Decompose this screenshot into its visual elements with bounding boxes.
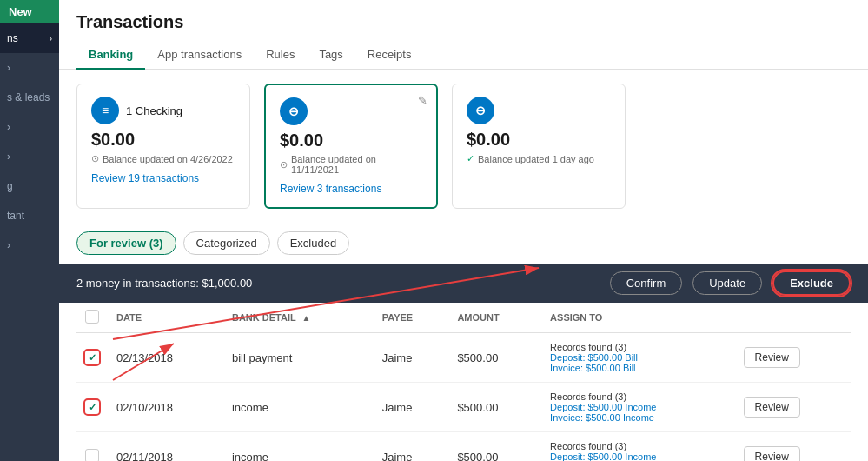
row2-checkbox-cell: ✓ [76, 383, 108, 432]
filter-categorized[interactable]: Categorized [183, 231, 270, 255]
sidebar: New ns › › s & leads › › g tant › [0, 0, 59, 461]
sidebar-item-tant[interactable]: tant [0, 201, 59, 230]
exclude-button[interactable]: Exclude [772, 271, 851, 296]
account-balance-2: $0.00 [280, 130, 422, 150]
account-name-1: 1 Checking [126, 104, 182, 117]
check-icon: ✓ [467, 153, 474, 164]
account-card-3[interactable]: ⊖ $0.00 ✓ Balance updated 1 day ago [452, 84, 626, 209]
account-card-2[interactable]: ✎ ⊖ $0.00 ⊙ Balance updated on 11/11/202… [264, 84, 438, 209]
account-updated-2: ⊙ Balance updated on 11/11/2021 [280, 154, 422, 175]
chevron-icon: › [50, 34, 52, 43]
row2-checkbox[interactable]: ✓ [85, 400, 99, 414]
sidebar-item-label: tant [7, 210, 24, 222]
col-action [735, 303, 851, 333]
account-icon-2: ⊖ [280, 97, 308, 125]
row1-link1[interactable]: Deposit: $500.00 Bill [550, 352, 726, 363]
tab-tags[interactable]: Tags [307, 41, 354, 70]
row1-checkbox[interactable]: ✓ [85, 351, 99, 364]
edit-icon[interactable]: ✎ [418, 94, 427, 107]
row1-review-button[interactable]: Review [744, 347, 800, 368]
sidebar-item-leads[interactable]: s & leads [0, 83, 59, 112]
tab-app-transactions[interactable]: App transactions [145, 41, 254, 70]
account-balance-1: $0.00 [91, 130, 235, 150]
row3-checkbox[interactable] [85, 449, 99, 462]
account-balance-3: $0.00 [467, 130, 611, 150]
row2-link2[interactable]: Invoice: $500.00 Income [550, 412, 726, 423]
account-icon-1: ≡ [91, 97, 119, 124]
sidebar-item-2[interactable]: › [0, 53, 59, 83]
row1-assign-to: Records found (3) Deposit: $500.00 Bill … [541, 333, 734, 383]
sidebar-item-g[interactable]: g [0, 171, 59, 201]
col-assign-to: ASSIGN TO [541, 303, 734, 333]
row2-date: 02/10/2018 [108, 383, 223, 432]
review-link-2[interactable]: Review 3 transactions [280, 183, 381, 195]
table-row: ✓ 02/13/2018 bill payment Jaime $500.00 … [76, 333, 851, 383]
account-updated-1: ⊙ Balance updated on 4/26/2022 [91, 153, 235, 164]
main-tabs: Banking App transactions Rules Tags Rece… [59, 41, 868, 70]
col-payee: PAYEE [374, 303, 449, 333]
sidebar-item-5[interactable]: › [0, 142, 59, 171]
row1-records: Records found (3) [550, 342, 626, 352]
col-checkbox [76, 303, 108, 333]
sidebar-item-transactions[interactable]: ns › [0, 23, 59, 53]
row3-bank-detail: income [223, 432, 374, 462]
account-icon-3: ⊖ [467, 97, 494, 124]
tab-receipts[interactable]: Receipts [355, 41, 424, 70]
account-updated-3: ✓ Balance updated 1 day ago [467, 153, 611, 164]
row2-link1[interactable]: Deposit: $500.00 Income [550, 402, 726, 412]
filter-tabs: For review (3) Categorized Excluded [59, 223, 868, 264]
table-container: DATE BANK DETAIL ▲ PAYEE AMOUNT ASSIGN T… [59, 303, 868, 461]
account-header-1: ≡ 1 Checking [91, 97, 235, 124]
row1-date: 02/13/2018 [108, 333, 223, 383]
col-bank-detail[interactable]: BANK DETAIL ▲ [223, 303, 374, 333]
filter-for-review[interactable]: For review (3) [76, 231, 176, 255]
select-all-checkbox[interactable] [85, 310, 99, 324]
tab-banking[interactable]: Banking [76, 41, 145, 70]
update-button[interactable]: Update [692, 271, 762, 295]
table-row: 02/11/2018 income Jaime $500.00 Records … [76, 432, 851, 462]
row2-review-button[interactable]: Review [744, 397, 800, 418]
clock-icon-2: ⊙ [280, 159, 288, 170]
chevron-icon: › [7, 239, 10, 251]
chevron-icon: › [7, 121, 10, 133]
col-date[interactable]: DATE [108, 303, 223, 333]
table-header-row: DATE BANK DETAIL ▲ PAYEE AMOUNT ASSIGN T… [76, 303, 851, 333]
transactions-table: DATE BANK DETAIL ▲ PAYEE AMOUNT ASSIGN T… [76, 303, 851, 461]
row3-link1[interactable]: Deposit: $500.00 Income [550, 451, 726, 461]
confirm-button[interactable]: Confirm [610, 271, 683, 295]
tab-rules[interactable]: Rules [254, 41, 307, 70]
row1-bank-detail: bill payment [223, 333, 374, 383]
row1-payee: Jaime [374, 333, 449, 383]
page-header: Transactions [59, 0, 868, 32]
sidebar-item-4[interactable]: › [0, 112, 59, 142]
main-content: Transactions Banking App transactions Ru… [59, 0, 868, 461]
new-button[interactable]: New [0, 0, 59, 23]
chevron-icon: › [7, 150, 10, 163]
filter-excluded[interactable]: Excluded [277, 231, 349, 255]
chevron-icon: › [7, 62, 10, 74]
sidebar-item-label: g [7, 180, 13, 192]
action-bar: 2 money in transactions: $1,000.00 Confi… [59, 264, 868, 303]
row3-amount: $500.00 [448, 432, 541, 462]
row3-assign-to: Records found (3) Deposit: $500.00 Incom… [541, 432, 734, 462]
row2-amount: $500.00 [448, 383, 541, 432]
row2-records: Records found (3) [550, 391, 626, 402]
clock-icon: ⊙ [91, 153, 99, 164]
row3-payee: Jaime [374, 432, 449, 462]
account-header-2: ⊖ [280, 97, 422, 125]
review-link-1[interactable]: Review 19 transactions [91, 172, 199, 184]
sidebar-item-8[interactable]: › [0, 230, 59, 260]
table-row: ✓ 02/10/2018 income Jaime $500.00 Record… [76, 383, 851, 432]
row1-amount: $500.00 [448, 333, 541, 383]
sidebar-item-label: ns [7, 32, 18, 44]
row3-date: 02/11/2018 [108, 432, 223, 462]
row3-review-button[interactable]: Review [744, 446, 800, 461]
row2-bank-detail: income [223, 383, 374, 432]
sort-icon: ▲ [302, 313, 311, 323]
row3-checkbox-cell [76, 432, 108, 462]
row2-payee: Jaime [374, 383, 449, 432]
row1-link2[interactable]: Invoice: $500.00 Bill [550, 363, 726, 373]
row3-action: Review [735, 432, 851, 462]
action-bar-summary: 2 money in transactions: $1,000.00 [76, 277, 600, 290]
account-card-1[interactable]: ≡ 1 Checking $0.00 ⊙ Balance updated on … [76, 84, 250, 209]
